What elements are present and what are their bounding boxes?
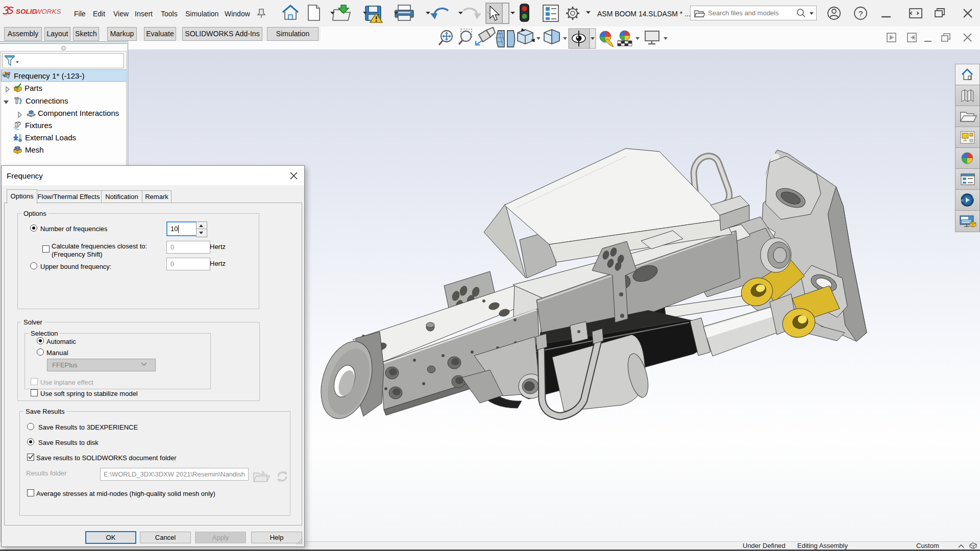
svg-text:SOLID: SOLID: [16, 8, 37, 15]
svg-text:?: ?: [859, 9, 863, 18]
svg-text:V: V: [972, 196, 974, 199]
svg-text:3D: 3D: [960, 199, 964, 202]
svg-text:WORKS: WORKS: [35, 8, 61, 15]
